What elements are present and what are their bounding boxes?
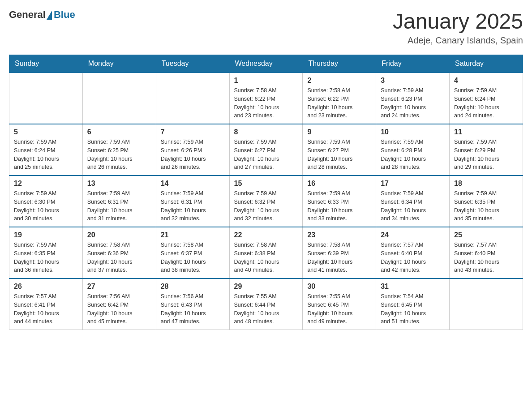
calendar-cell (82, 73, 156, 124)
week-row-5: 26Sunrise: 7:57 AMSunset: 6:41 PMDayligh… (9, 278, 523, 330)
calendar-cell: 21Sunrise: 7:58 AMSunset: 6:37 PMDayligh… (156, 227, 229, 278)
calendar-cell: 22Sunrise: 7:58 AMSunset: 6:38 PMDayligh… (229, 227, 303, 278)
day-number: 14 (161, 180, 225, 188)
day-number: 22 (234, 231, 298, 239)
logo-blue-text: Blue (54, 9, 75, 21)
day-info: Sunrise: 7:59 AMSunset: 6:27 PMDaylight:… (307, 138, 371, 171)
day-number: 5 (14, 128, 78, 136)
calendar-cell: 27Sunrise: 7:56 AMSunset: 6:42 PMDayligh… (82, 278, 156, 330)
day-number: 28 (161, 283, 225, 291)
calendar-cell: 29Sunrise: 7:55 AMSunset: 6:44 PMDayligh… (229, 278, 303, 330)
calendar-cell: 17Sunrise: 7:59 AMSunset: 6:34 PMDayligh… (376, 176, 450, 227)
day-info: Sunrise: 7:58 AMSunset: 6:22 PMDaylight:… (234, 86, 298, 120)
calendar-cell (9, 73, 83, 124)
col-header-tuesday: Tuesday (156, 55, 229, 73)
day-info: Sunrise: 7:59 AMSunset: 6:27 PMDaylight:… (234, 138, 298, 171)
day-number: 20 (87, 231, 151, 239)
day-number: 1 (234, 77, 298, 85)
day-info: Sunrise: 7:59 AMSunset: 6:31 PMDaylight:… (161, 189, 225, 223)
day-number: 9 (307, 128, 371, 136)
day-info: Sunrise: 7:57 AMSunset: 6:40 PMDaylight:… (454, 241, 518, 274)
day-number: 2 (307, 77, 371, 85)
day-info: Sunrise: 7:59 AMSunset: 6:33 PMDaylight:… (307, 189, 371, 223)
day-info: Sunrise: 7:55 AMSunset: 6:45 PMDaylight:… (307, 292, 371, 326)
day-info: Sunrise: 7:59 AMSunset: 6:25 PMDaylight:… (87, 138, 151, 171)
title-section: January 2025 Adeje, Canary Islands, Spai… (393, 9, 523, 46)
week-row-3: 12Sunrise: 7:59 AMSunset: 6:30 PMDayligh… (9, 176, 523, 227)
calendar-cell: 2Sunrise: 7:58 AMSunset: 6:22 PMDaylight… (303, 73, 376, 124)
calendar-cell: 5Sunrise: 7:59 AMSunset: 6:24 PMDaylight… (9, 124, 83, 176)
calendar-table: SundayMondayTuesdayWednesdayThursdayFrid… (9, 55, 523, 330)
day-number: 24 (381, 231, 445, 239)
logo-general-text: General (9, 9, 46, 21)
day-number: 25 (454, 231, 518, 239)
calendar-cell: 11Sunrise: 7:59 AMSunset: 6:29 PMDayligh… (450, 124, 523, 176)
day-info: Sunrise: 7:59 AMSunset: 6:30 PMDaylight:… (14, 189, 78, 223)
day-number: 6 (87, 128, 151, 136)
calendar-cell: 24Sunrise: 7:57 AMSunset: 6:40 PMDayligh… (376, 227, 450, 278)
week-row-2: 5Sunrise: 7:59 AMSunset: 6:24 PMDaylight… (9, 124, 523, 176)
calendar-cell: 8Sunrise: 7:59 AMSunset: 6:27 PMDaylight… (229, 124, 303, 176)
calendar-cell: 9Sunrise: 7:59 AMSunset: 6:27 PMDaylight… (303, 124, 376, 176)
logo-triangle-icon (47, 11, 52, 20)
day-info: Sunrise: 7:59 AMSunset: 6:23 PMDaylight:… (381, 86, 445, 120)
day-number: 21 (161, 231, 225, 239)
day-info: Sunrise: 7:59 AMSunset: 6:31 PMDaylight:… (87, 189, 151, 223)
calendar-cell: 18Sunrise: 7:59 AMSunset: 6:35 PMDayligh… (450, 176, 523, 227)
page-header: General Blue January 2025 Adeje, Canary … (9, 9, 523, 46)
day-number: 26 (14, 283, 78, 291)
day-number: 16 (307, 180, 371, 188)
day-info: Sunrise: 7:57 AMSunset: 6:41 PMDaylight:… (14, 292, 78, 326)
day-number: 27 (87, 283, 151, 291)
day-info: Sunrise: 7:59 AMSunset: 6:24 PMDaylight:… (454, 86, 518, 120)
calendar-cell: 3Sunrise: 7:59 AMSunset: 6:23 PMDaylight… (376, 73, 450, 124)
day-info: Sunrise: 7:59 AMSunset: 6:32 PMDaylight:… (234, 189, 298, 223)
calendar-cell: 12Sunrise: 7:59 AMSunset: 6:30 PMDayligh… (9, 176, 83, 227)
logo: General Blue (9, 9, 75, 21)
day-info: Sunrise: 7:59 AMSunset: 6:35 PMDaylight:… (454, 189, 518, 223)
day-info: Sunrise: 7:59 AMSunset: 6:35 PMDaylight:… (14, 241, 78, 274)
day-number: 30 (307, 283, 371, 291)
day-number: 15 (234, 180, 298, 188)
calendar-cell: 14Sunrise: 7:59 AMSunset: 6:31 PMDayligh… (156, 176, 229, 227)
calendar-cell (156, 73, 229, 124)
day-number: 23 (307, 231, 371, 239)
day-info: Sunrise: 7:58 AMSunset: 6:36 PMDaylight:… (87, 241, 151, 274)
location-subtitle: Adeje, Canary Islands, Spain (393, 35, 523, 46)
day-info: Sunrise: 7:58 AMSunset: 6:39 PMDaylight:… (307, 241, 371, 274)
calendar-cell: 23Sunrise: 7:58 AMSunset: 6:39 PMDayligh… (303, 227, 376, 278)
calendar-cell: 6Sunrise: 7:59 AMSunset: 6:25 PMDaylight… (82, 124, 156, 176)
calendar-cell: 26Sunrise: 7:57 AMSunset: 6:41 PMDayligh… (9, 278, 83, 330)
col-header-monday: Monday (82, 55, 156, 73)
day-number: 10 (381, 128, 445, 136)
day-info: Sunrise: 7:58 AMSunset: 6:38 PMDaylight:… (234, 241, 298, 274)
col-header-sunday: Sunday (9, 55, 83, 73)
day-number: 12 (14, 180, 78, 188)
day-info: Sunrise: 7:59 AMSunset: 6:34 PMDaylight:… (381, 189, 445, 223)
calendar-cell: 31Sunrise: 7:54 AMSunset: 6:45 PMDayligh… (376, 278, 450, 330)
calendar-cell: 1Sunrise: 7:58 AMSunset: 6:22 PMDaylight… (229, 73, 303, 124)
day-number: 31 (381, 283, 445, 291)
calendar-cell: 30Sunrise: 7:55 AMSunset: 6:45 PMDayligh… (303, 278, 376, 330)
calendar-cell (450, 278, 523, 330)
day-info: Sunrise: 7:56 AMSunset: 6:42 PMDaylight:… (87, 292, 151, 326)
day-number: 13 (87, 180, 151, 188)
calendar-cell: 4Sunrise: 7:59 AMSunset: 6:24 PMDaylight… (450, 73, 523, 124)
day-info: Sunrise: 7:54 AMSunset: 6:45 PMDaylight:… (381, 292, 445, 326)
calendar-cell: 20Sunrise: 7:58 AMSunset: 6:36 PMDayligh… (82, 227, 156, 278)
day-number: 7 (161, 128, 225, 136)
day-number: 4 (454, 77, 518, 85)
day-info: Sunrise: 7:59 AMSunset: 6:28 PMDaylight:… (381, 138, 445, 171)
day-number: 11 (454, 128, 518, 136)
day-info: Sunrise: 7:56 AMSunset: 6:43 PMDaylight:… (161, 292, 225, 326)
calendar-cell: 25Sunrise: 7:57 AMSunset: 6:40 PMDayligh… (450, 227, 523, 278)
day-info: Sunrise: 7:58 AMSunset: 6:37 PMDaylight:… (161, 241, 225, 274)
day-number: 3 (381, 77, 445, 85)
calendar-cell: 10Sunrise: 7:59 AMSunset: 6:28 PMDayligh… (376, 124, 450, 176)
col-header-wednesday: Wednesday (229, 55, 303, 73)
month-title: January 2025 (393, 9, 523, 34)
day-info: Sunrise: 7:59 AMSunset: 6:29 PMDaylight:… (454, 138, 518, 171)
calendar-cell: 15Sunrise: 7:59 AMSunset: 6:32 PMDayligh… (229, 176, 303, 227)
week-row-4: 19Sunrise: 7:59 AMSunset: 6:35 PMDayligh… (9, 227, 523, 278)
day-info: Sunrise: 7:58 AMSunset: 6:22 PMDaylight:… (307, 86, 371, 120)
